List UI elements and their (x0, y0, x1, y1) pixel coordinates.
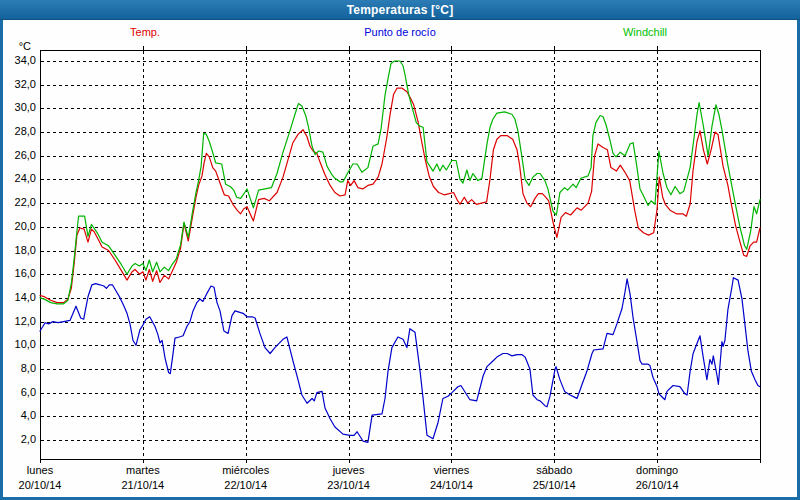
x-axis-day-label: miércoles (191, 464, 301, 476)
series-line-dew-point (40, 278, 760, 443)
app-window: Temperaturas [°C] Temp. Punto de rocío W… (0, 0, 800, 500)
x-axis-day-label: jueves (294, 464, 404, 476)
y-axis-label: 28,0 (0, 125, 36, 138)
x-axis-day-label: viernes (396, 464, 506, 476)
x-axis-date-label: 22/10/14 (191, 479, 301, 491)
y-axis-label: 6,0 (0, 386, 36, 399)
series-line-windchill (40, 61, 760, 304)
x-axis-date-label: 20/10/14 (0, 479, 95, 491)
y-axis-label: 20,0 (0, 220, 36, 233)
plot-frame (41, 51, 761, 460)
y-axis-label: 16,0 (0, 267, 36, 280)
y-axis-label: 30,0 (0, 101, 36, 114)
y-axis-label: 22,0 (0, 196, 36, 209)
series-line-temp (40, 88, 760, 302)
x-axis-day-label: sábado (499, 464, 609, 476)
y-axis-label: 8,0 (0, 362, 36, 375)
y-axis-label: 12,0 (0, 315, 36, 328)
y-axis-label: 34,0 (0, 54, 36, 67)
x-axis-date-label: 24/10/14 (396, 479, 506, 491)
y-axis-label: 2,0 (0, 433, 36, 446)
x-axis-date-label: 21/10/14 (88, 479, 198, 491)
x-axis-date-label: 23/10/14 (294, 479, 404, 491)
x-axis-day-label: martes (88, 464, 198, 476)
y-axis-label: 14,0 (0, 291, 36, 304)
x-axis-date-label: 25/10/14 (499, 479, 609, 491)
y-axis-label: 32,0 (0, 78, 36, 91)
y-axis-label: 4,0 (0, 409, 36, 422)
x-axis-day-label: lunes (0, 464, 95, 476)
x-axis-date-label: 26/10/14 (602, 479, 712, 491)
y-axis-label: 24,0 (0, 172, 36, 185)
x-axis-day-label: domingo (602, 464, 712, 476)
y-axis-label: 18,0 (0, 244, 36, 257)
y-axis-label: 10,0 (0, 338, 36, 351)
y-axis-label: 26,0 (0, 149, 36, 162)
chart-plot (0, 0, 800, 500)
